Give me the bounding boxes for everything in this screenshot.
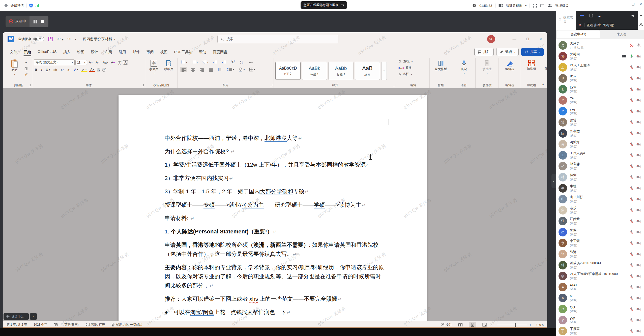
- account-avatar[interactable]: SG: [487, 35, 495, 43]
- style-chip-标题 2[interactable]: AaBb标题 2: [328, 62, 354, 80]
- paste-button[interactable]: 粘贴▾: [7, 59, 22, 75]
- align-left-icon[interactable]: [180, 67, 187, 72]
- chat-collapse-button[interactable]: ‹: [30, 313, 37, 320]
- select-button[interactable]: 选择▾: [398, 72, 413, 76]
- justify-icon[interactable]: [208, 67, 214, 72]
- autosave-control[interactable]: 自动保存 关: [18, 37, 44, 41]
- zoom-level[interactable]: 120%: [536, 323, 544, 327]
- participant-row[interactable]: 丁丁雁喜(访客): [556, 325, 644, 336]
- participant-row[interactable]: 钟钟成琪220110900841(访客): [556, 260, 644, 271]
- panel-tab-未入会[interactable]: 未入会: [600, 30, 643, 38]
- panel-tab-会议中(41)[interactable]: 会议中(41): [557, 30, 600, 38]
- clear-format-icon[interactable]: A◆: [110, 60, 116, 65]
- numbering-icon[interactable]: 123▾: [191, 60, 199, 65]
- undo-button[interactable]: ↶▾: [57, 37, 63, 42]
- participant-row[interactable]: 吴吴泽勇(主持人, 我): [556, 40, 644, 51]
- template-library-button[interactable]: 模板库: [162, 59, 176, 71]
- zoom-slider[interactable]: − +: [493, 323, 531, 327]
- ribbon-tab-绘图[interactable]: 绘图: [74, 50, 88, 57]
- page-indicator[interactable]: 第 1 页, 共 2 页: [7, 323, 27, 327]
- participant-row[interactable]: 汪汪茜茜(访客): [556, 216, 644, 227]
- dialog-launcher-icon[interactable]: [270, 84, 272, 86]
- save-to-baidu-button[interactable]: 保存到百度网盘: [544, 59, 547, 71]
- font-name-select[interactable]: 等线 (西文正文)▾: [34, 59, 75, 65]
- banner-layout-icon[interactable]: [341, 4, 344, 7]
- info-icon[interactable]: [4, 4, 8, 8]
- web-layout-icon[interactable]: [481, 322, 488, 328]
- word-count[interactable]: 1023 个字: [34, 323, 47, 327]
- side-panel-icon[interactable]: [540, 4, 544, 8]
- ribbon-tab-审阅[interactable]: 审阅: [143, 50, 157, 57]
- ribbon-tab-帮助[interactable]: 帮助: [196, 50, 210, 57]
- superscript-icon[interactable]: x2: [67, 68, 71, 72]
- read-mode-icon[interactable]: [457, 322, 464, 328]
- participant-row[interactable]: 李21人工智能1班李斯睿210110900508(访客): [556, 270, 644, 282]
- ribbon-tab-视图[interactable]: 视图: [157, 50, 171, 57]
- print-layout-icon[interactable]: [469, 322, 476, 328]
- comments-button[interactable]: 批注: [474, 48, 494, 56]
- participant-row[interactable]: 星星俚~(访客): [556, 227, 644, 238]
- multilevel-list-icon[interactable]: ▾: [201, 60, 209, 65]
- style-chip-标题[interactable]: AaB标题: [355, 62, 380, 80]
- collapse-toolbar-icon[interactable]: [630, 14, 634, 17]
- find-button[interactable]: 查找▾: [398, 59, 413, 64]
- dialog-launcher-icon[interactable]: [393, 84, 395, 86]
- ribbon-tab-设计[interactable]: 设计: [88, 50, 102, 57]
- search-box[interactable]: 搜索: [217, 35, 338, 43]
- edit-mode-button[interactable]: 编辑▾: [496, 48, 519, 56]
- subscript-icon[interactable]: x2: [60, 68, 65, 72]
- panel-menu-icon[interactable]: ≡: [640, 13, 642, 17]
- redo-button[interactable]: ↷: [67, 37, 71, 42]
- char-border-icon[interactable]: A: [123, 60, 128, 65]
- underline-icon[interactable]: U▾: [45, 68, 51, 72]
- zoom-in-button[interactable]: +: [529, 323, 531, 327]
- ribbon-tab-开始[interactable]: 开始: [20, 50, 34, 57]
- participant-row[interactable]: 牛牛蛙(访客): [556, 183, 644, 194]
- ribbon-tab-插入[interactable]: 插入: [60, 50, 74, 57]
- participant-row[interactable]: YYe.(访客): [556, 95, 644, 106]
- participant-row[interactable]: 冯冯灿烨(访客): [556, 139, 644, 150]
- network-signal-icon[interactable]: [36, 4, 39, 7]
- style-chip-标题 1[interactable]: AaBk标题 1: [302, 62, 327, 80]
- dictate-button[interactable]: 听写▾: [456, 59, 472, 75]
- phonetic-guide-icon[interactable]: wén文: [117, 60, 123, 65]
- full-typeset-button[interactable]: 全文排版: [433, 59, 449, 71]
- add-member-icon[interactable]: [639, 22, 643, 27]
- focus-mode-button[interactable]: 专注: [441, 323, 452, 327]
- align-center-icon[interactable]: [190, 67, 196, 72]
- participant-row[interactable]: 山山止川行(访客): [556, 194, 644, 205]
- zoom-thumb[interactable]: [515, 323, 516, 327]
- show-marks-icon[interactable]: [248, 60, 254, 65]
- word-restore-button[interactable]: ❐: [521, 32, 534, 46]
- participant-row[interactable]: Yysq(访客): [556, 106, 644, 117]
- autosave-toggle[interactable]: 关: [33, 37, 44, 41]
- increase-indent-icon[interactable]: [221, 60, 227, 65]
- proofing-icon[interactable]: [54, 323, 58, 326]
- format-painter-button[interactable]: [24, 73, 28, 76]
- participant-row[interactable]: 44141(访客): [556, 282, 644, 293]
- ribbon-tab-百度网盘[interactable]: 百度网盘: [210, 50, 231, 57]
- collapse-ribbon-icon[interactable]: ∧: [542, 82, 544, 86]
- restore-button[interactable]: ❐: [631, 3, 634, 6]
- borders-icon[interactable]: ▾: [248, 67, 256, 72]
- highlight-icon[interactable]: ▾: [81, 68, 87, 72]
- decrease-indent-icon[interactable]: [212, 60, 218, 65]
- participant-row[interactable]: 胡胡寒静(访客): [556, 161, 644, 172]
- text-effects-icon[interactable]: A▾: [73, 68, 79, 72]
- ribbon-tab-OfficePLUS[interactable]: OfficePLUS: [34, 50, 60, 57]
- replace-button[interactable]: b↔c 替换: [398, 66, 413, 70]
- pause-recording-button[interactable]: [34, 20, 37, 23]
- security-shield-icon[interactable]: [29, 3, 33, 8]
- minimize-button[interactable]: —: [623, 2, 626, 7]
- quick-access-overflow[interactable]: ▾: [75, 38, 76, 41]
- participant-row[interactable]: 漾漾乐(访客): [556, 205, 644, 216]
- line-spacing-icon[interactable]: ▾: [226, 67, 235, 72]
- participant-row[interactable]: 郭郭树雨(访客): [556, 51, 644, 62]
- members-icon[interactable]: [547, 4, 552, 8]
- share-button[interactable]: 共享▾: [521, 48, 544, 56]
- participant-row[interactable]: 曾曾曾(访客): [556, 117, 644, 128]
- participant-row[interactable]: yyyy(访客): [556, 315, 644, 326]
- grow-font-icon[interactable]: A▲: [88, 60, 94, 65]
- cut-button[interactable]: ✂: [24, 60, 28, 65]
- sort-icon[interactable]: AZ: [239, 60, 245, 65]
